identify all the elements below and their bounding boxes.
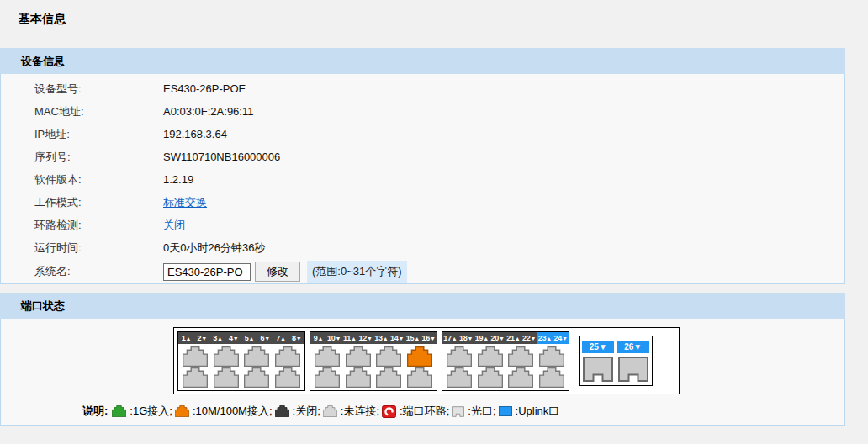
legend-item-label: :1G接入;: [130, 404, 172, 419]
port-17[interactable]: [447, 346, 472, 367]
port-8[interactable]: [275, 367, 300, 388]
model-label: 设备型号:: [34, 82, 163, 97]
port-13[interactable]: [376, 346, 401, 367]
port-7[interactable]: [275, 346, 300, 367]
port-14[interactable]: [376, 367, 401, 388]
port-10[interactable]: [315, 367, 340, 388]
triangle-up-icon: ▲: [414, 336, 420, 341]
port-25[interactable]: [583, 357, 613, 382]
port-label-20: 20▼: [490, 332, 505, 344]
triangle-up-icon: ▲: [217, 336, 223, 341]
triangle-up-icon: ▲: [351, 336, 357, 341]
triangle-down-icon: ▼: [430, 336, 436, 341]
port-group-grid: [442, 344, 569, 390]
triangle-up-icon: ▲: [383, 336, 389, 341]
uptime-label: 运行时间:: [34, 240, 163, 256]
port-3[interactable]: [214, 346, 239, 367]
device-info-section-title: 设备信息: [21, 55, 65, 67]
port-21[interactable]: [508, 346, 533, 367]
legend-item-label: :关闭;: [293, 404, 320, 419]
port-20[interactable]: [478, 367, 503, 388]
triangle-down-icon: ▼: [499, 336, 505, 341]
port-2[interactable]: [183, 367, 208, 388]
legend-fiber-port-icon: [452, 406, 464, 417]
port-label-14: 14▼: [389, 332, 405, 344]
legend-port-icon: [275, 405, 289, 417]
port-9[interactable]: [315, 346, 340, 367]
mac-label: MAC地址:: [34, 104, 163, 119]
triangle-down-icon: ▼: [562, 336, 568, 341]
port-row-top: [183, 346, 300, 367]
device-info-panel: 设备型号: ES430-26P-POE MAC地址: A0:03:0F:2A:9…: [0, 74, 845, 284]
port-label-15: 15▲: [405, 332, 421, 344]
port-label-21: 21▲: [505, 332, 521, 344]
port-1[interactable]: [183, 346, 208, 367]
legend-item-6: :光口;: [452, 404, 495, 419]
port-label-9: 9▲: [310, 332, 326, 344]
port-23[interactable]: [539, 346, 564, 367]
system-name-input[interactable]: [163, 263, 251, 281]
port-label-22: 22▼: [521, 332, 537, 344]
legend-item-label: :Uplink口: [516, 404, 560, 419]
triangle-down-icon: ▼: [468, 336, 474, 341]
triangle-down-icon: ▼: [201, 336, 207, 341]
triangle-down-icon: ▼: [399, 336, 405, 341]
info-row-model: 设备型号: ES430-26P-POE: [1, 77, 844, 100]
port-group-3: 17▲18▼19▲20▼21▲22▼23▲24▼: [442, 331, 569, 391]
port-22[interactable]: [508, 367, 533, 388]
legend-item-4: :未连接;: [323, 404, 379, 419]
port-group-1: 1▲2▼3▲4▼5▲6▼7▲8▼: [177, 331, 305, 391]
legend-port-icon: [175, 405, 189, 417]
port-label-13: 13▲: [373, 332, 389, 344]
info-row-loop-detect: 环路检测: 关闭: [1, 214, 844, 236]
legend-item-7: :Uplink口: [499, 404, 560, 419]
triangle-down-icon: ▼: [264, 336, 270, 341]
legend-item-label: :10M/100M接入;: [193, 404, 273, 419]
port-15[interactable]: [407, 346, 432, 367]
work-mode-link[interactable]: 标准交换: [163, 195, 207, 210]
port-label-24: 24▼: [553, 332, 569, 344]
port-19[interactable]: [478, 346, 503, 367]
port-26[interactable]: [618, 357, 648, 382]
port-label-11: 11▲: [342, 332, 358, 344]
port-5[interactable]: [244, 346, 269, 367]
port-label-1: 1▲: [178, 332, 194, 344]
triangle-up-icon: ▲: [452, 336, 458, 341]
port-12[interactable]: [346, 367, 371, 388]
port-row-bottom: [183, 367, 300, 388]
ip-value: 192.168.3.64: [163, 128, 227, 140]
model-value: ES430-26P-POE: [163, 82, 246, 95]
port-16[interactable]: [407, 367, 432, 388]
info-row-mac: MAC地址: A0:03:0F:2A:96:11: [1, 100, 844, 123]
port-11[interactable]: [346, 346, 371, 367]
triangle-up-icon: ▲: [280, 336, 286, 341]
triangle-down-icon: ▼: [296, 336, 302, 341]
info-row-system-name: 系统名: 修改 (范围:0~31个字符): [1, 259, 844, 284]
triangle-up-icon: ▲: [248, 336, 254, 341]
port-label-19: 19▲: [474, 332, 490, 344]
port-label-16: 16▼: [421, 332, 437, 344]
port-24[interactable]: [539, 367, 564, 388]
port-label-12: 12▼: [357, 332, 373, 344]
triangle-up-icon: ▲: [546, 336, 552, 341]
triangle-up-icon: ▲: [317, 336, 323, 341]
port-row-top: [315, 346, 432, 367]
serial-value: SW110710NB16000006: [163, 151, 280, 163]
modify-button[interactable]: 修改: [255, 262, 300, 282]
legend-item-label: :端口环路;: [400, 404, 449, 419]
port-18[interactable]: [447, 367, 472, 388]
port-label-10: 10▼: [326, 332, 342, 344]
port-4[interactable]: [214, 367, 239, 388]
loop-detect-link[interactable]: 关闭: [163, 218, 185, 233]
system-name-label: 系统名:: [34, 264, 163, 279]
triangle-down-icon: ▼: [367, 336, 373, 341]
port-6[interactable]: [244, 367, 269, 388]
legend-item-3: :关闭;: [275, 404, 320, 419]
port-label-4: 4▼: [225, 332, 241, 344]
port-row-bottom: [315, 367, 432, 388]
port-legend: 说明: :1G接入;:10M/100M接入;:关闭;:未连接;:端口环路;:光口…: [82, 404, 562, 419]
fiber-port-column-26: 26▼: [617, 341, 649, 382]
ip-label: IP地址:: [34, 127, 163, 142]
triangle-up-icon: ▲: [483, 336, 489, 341]
port-label-26: 26▼: [617, 341, 649, 353]
